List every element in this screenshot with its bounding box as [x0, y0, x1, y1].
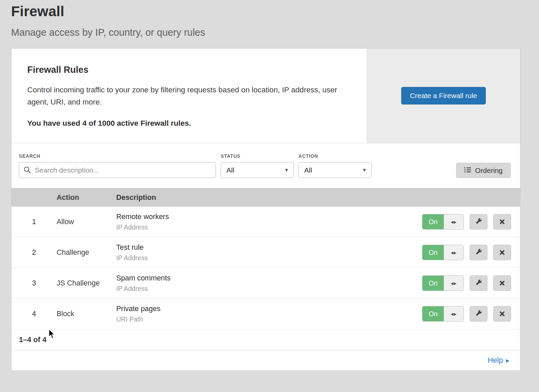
toggle-handle-icon: ◂▸ [444, 306, 464, 321]
search-label: SEARCH [19, 153, 216, 159]
rule-description: Spam comments [116, 274, 422, 282]
firewall-card: Firewall Rules Control incoming traffic … [11, 48, 520, 371]
close-icon: × [499, 309, 505, 319]
close-icon: × [499, 217, 505, 227]
action-select[interactable]: All ▾ [298, 162, 372, 178]
rule-description: Remote workers [116, 213, 422, 221]
action-column-header: Action [57, 193, 116, 202]
card-top-section: Firewall Rules Control incoming traffic … [11, 49, 520, 143]
create-firewall-rule-button[interactable]: Create a Firewall rule [401, 87, 486, 104]
rule-action: Allow [57, 218, 116, 226]
toggle-on-label: On [422, 276, 444, 291]
rule-type: IP Address [116, 223, 422, 231]
status-select[interactable]: All ▾ [221, 162, 294, 178]
chevron-down-icon: ▾ [363, 167, 366, 174]
close-icon: × [499, 278, 505, 288]
ordering-list-icon [464, 167, 471, 175]
rule-description: Private pages [116, 305, 422, 313]
rule-enabled-toggle[interactable]: On ◂▸ [422, 275, 464, 291]
help-link[interactable]: Help ▸ [488, 356, 509, 365]
pagination-status: 1–4 of 4 [11, 329, 520, 350]
rule-priority: 4 [11, 310, 57, 318]
delete-rule-button[interactable]: × [493, 275, 511, 291]
action-label: ACTION [298, 153, 372, 159]
rule-action: Challenge [57, 248, 116, 257]
rule-action: JS Challenge [57, 279, 116, 288]
page-header: Firewall Manage access by IP, country, o… [0, 0, 539, 38]
description-column-header: Description [116, 193, 520, 202]
status-label: STATUS [221, 153, 294, 159]
rule-action: Block [57, 310, 116, 318]
edit-rule-button[interactable] [470, 306, 487, 322]
table-row: 1 Allow Remote workers IP Address On ◂▸ … [11, 207, 520, 237]
filter-bar: SEARCH STATUS All ▾ ACTION All ▾ [11, 143, 520, 188]
rule-enabled-toggle[interactable]: On ◂▸ [422, 245, 464, 260]
search-input[interactable] [19, 162, 216, 178]
wrench-icon [475, 310, 482, 318]
card-description: Control incoming traffic to your zone by… [27, 84, 346, 108]
rule-enabled-toggle[interactable]: On ◂▸ [422, 214, 464, 230]
table-header: Action Description [11, 188, 520, 207]
toggle-on-label: On [422, 214, 444, 229]
action-select-value: All [304, 166, 312, 174]
ordering-button[interactable]: Ordering [456, 163, 511, 178]
ordering-label: Ordering [475, 167, 503, 175]
help-label: Help [488, 356, 503, 365]
wrench-icon [475, 279, 482, 287]
rule-priority: 2 [11, 248, 57, 257]
rule-type: IP Address [116, 254, 422, 262]
toggle-handle-icon: ◂▸ [444, 214, 464, 229]
toggle-on-label: On [422, 245, 444, 260]
status-select-value: All [226, 166, 234, 174]
wrench-icon [475, 248, 482, 257]
search-icon [23, 166, 31, 175]
rule-priority: 1 [11, 218, 57, 226]
page-title: Firewall [11, 3, 539, 20]
edit-rule-button[interactable] [470, 245, 487, 260]
delete-rule-button[interactable]: × [493, 214, 511, 230]
wrench-icon [475, 218, 482, 226]
delete-rule-button[interactable]: × [493, 306, 511, 322]
rule-description: Test rule [116, 243, 422, 252]
action-group: ACTION All ▾ [298, 153, 372, 178]
table-row: 3 JS Challenge Spam comments IP Address … [11, 268, 520, 299]
help-arrow-icon: ▸ [506, 356, 509, 364]
edit-rule-button[interactable] [470, 214, 487, 230]
close-icon: × [499, 248, 505, 258]
rules-usage-text: You have used 4 of 1000 active Firewall … [27, 119, 346, 128]
toggle-handle-icon: ◂▸ [444, 245, 464, 260]
delete-rule-button[interactable]: × [493, 245, 511, 260]
rule-enabled-toggle[interactable]: On ◂▸ [422, 306, 464, 322]
rule-type: URI Path [116, 315, 422, 323]
table-row: 4 Block Private pages URI Path On ◂▸ × [11, 299, 520, 329]
card-action-panel: Create a Firewall rule [367, 49, 520, 143]
toggle-handle-icon: ◂▸ [444, 276, 464, 291]
table-row: 2 Challenge Test rule IP Address On ◂▸ × [11, 237, 520, 268]
edit-rule-button[interactable] [470, 275, 487, 291]
help-bar: Help ▸ [11, 350, 520, 370]
rule-priority: 3 [11, 279, 57, 288]
card-heading: Firewall Rules [27, 65, 346, 75]
page-subtitle: Manage access by IP, country, or query r… [11, 27, 539, 38]
rule-type: IP Address [116, 285, 422, 293]
search-group: SEARCH [19, 153, 216, 178]
status-group: STATUS All ▾ [221, 153, 294, 178]
chevron-down-icon: ▾ [285, 167, 288, 174]
toggle-on-label: On [422, 306, 444, 321]
card-intro: Firewall Rules Control incoming traffic … [11, 49, 367, 143]
